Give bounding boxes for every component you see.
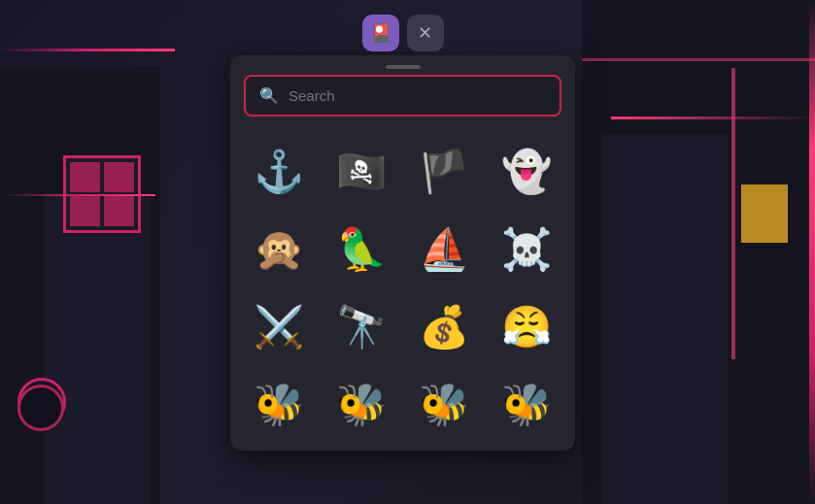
sticker-emoji-bee1: 🐝 bbox=[254, 381, 304, 428]
close-icon: ✕ bbox=[418, 22, 432, 44]
sticker-item-fire[interactable]: 😤 bbox=[485, 287, 567, 365]
sticker-emoji-fire: 😤 bbox=[501, 303, 552, 351]
search-area: 🔍 bbox=[230, 75, 575, 128]
sticker-panel: 🔍 ⚓🏴‍☠️🏴👻🙊🦜⛵☠️⚔️🔭💰😤🐝🐝🐝🐝 bbox=[230, 55, 575, 451]
sticker-emoji-pirate: 🏴‍☠️ bbox=[336, 148, 387, 195]
ground-circle bbox=[17, 385, 64, 431]
sticker-emoji-monkey: 🙊 bbox=[254, 225, 304, 273]
sticker-item-flag[interactable]: 🏴 bbox=[403, 132, 486, 210]
search-icon: 🔍 bbox=[259, 86, 279, 105]
sticker-item-sword[interactable]: ⚔️ bbox=[238, 287, 321, 365]
panel-handle bbox=[230, 55, 575, 75]
sticker-emoji-spyglass: 🔭 bbox=[336, 303, 387, 351]
sticker-emoji-sword: ⚔️ bbox=[254, 303, 304, 351]
search-input[interactable] bbox=[289, 87, 546, 104]
sticker-emoji-ship: ⛵ bbox=[419, 225, 469, 273]
search-box: 🔍 bbox=[244, 75, 561, 117]
sticker-emoji-ghost: 👻 bbox=[501, 148, 552, 195]
sticker-emoji-parrot: 🦜 bbox=[336, 225, 387, 273]
sticker-emoji-chest: 💰 bbox=[419, 303, 469, 351]
panel-icon: 🎴 bbox=[370, 22, 391, 44]
sticker-item-skull2[interactable]: ☠️ bbox=[485, 210, 567, 287]
sticker-emoji-skull2: ☠️ bbox=[501, 225, 552, 273]
sticker-item-anchor[interactable]: ⚓ bbox=[238, 132, 321, 210]
sticker-item-chest[interactable]: 💰 bbox=[403, 287, 486, 365]
neon-line-left-2 bbox=[0, 194, 155, 196]
title-bar: 🎴 ✕ bbox=[230, 15, 575, 51]
right-arch bbox=[582, 58, 815, 136]
sticker-item-ghost[interactable]: 👻 bbox=[485, 132, 567, 210]
sticker-item-monkey[interactable]: 🙊 bbox=[238, 210, 321, 287]
sticker-emoji-bee4: 🐝 bbox=[501, 381, 552, 428]
sticker-item-bee3[interactable]: 🐝 bbox=[403, 365, 486, 443]
sticker-item-bee4[interactable]: 🐝 bbox=[485, 365, 567, 443]
sticker-emoji-bee3: 🐝 bbox=[419, 381, 469, 428]
handle-bar bbox=[386, 65, 421, 69]
sticker-emoji-anchor: ⚓ bbox=[254, 148, 304, 195]
panel-icon-button[interactable]: 🎴 bbox=[362, 15, 399, 51]
sticker-item-spyglass[interactable]: 🔭 bbox=[321, 287, 403, 365]
neon-line-left bbox=[0, 49, 175, 51]
sticker-item-bee2[interactable]: 🐝 bbox=[321, 365, 403, 443]
sticker-item-bee1[interactable]: 🐝 bbox=[238, 365, 321, 443]
right-window-yellow bbox=[741, 185, 788, 243]
right-building-2 bbox=[601, 135, 728, 504]
sticker-panel-wrapper: 🎴 ✕ 🔍 ⚓🏴‍☠️🏴👻🙊🦜⛵☠️⚔️🔭💰😤🐝🐝🐝🐝 bbox=[230, 15, 575, 451]
sticker-emoji-flag: 🏴 bbox=[419, 148, 469, 195]
sticker-item-pirate[interactable]: 🏴‍☠️ bbox=[321, 132, 403, 210]
sticker-item-ship[interactable]: ⛵ bbox=[403, 210, 486, 287]
sticker-item-parrot[interactable]: 🦜 bbox=[321, 210, 403, 287]
sticker-grid: ⚓🏴‍☠️🏴👻🙊🦜⛵☠️⚔️🔭💰😤🐝🐝🐝🐝 bbox=[230, 128, 575, 451]
sticker-emoji-bee2: 🐝 bbox=[336, 381, 387, 428]
close-button[interactable]: ✕ bbox=[407, 15, 444, 51]
